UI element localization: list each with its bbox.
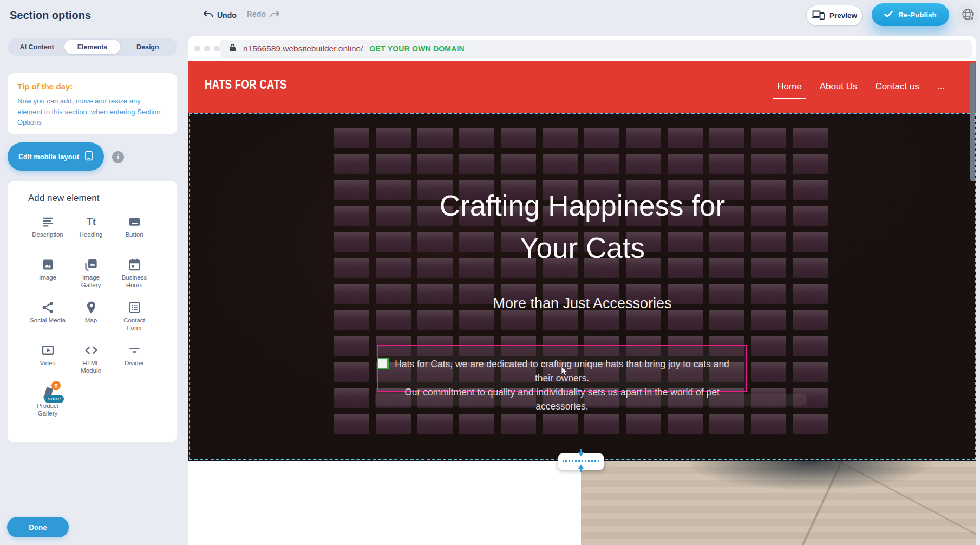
grid-tile (793, 336, 828, 356)
grid-tile (543, 128, 578, 148)
grid-tile (334, 154, 369, 174)
map-icon (83, 299, 99, 315)
hero-heading[interactable]: Crafting Happiness for Your Cats (188, 185, 976, 269)
tab-elements[interactable]: Elements (64, 40, 120, 54)
browser-dots (194, 46, 220, 51)
element-image-gallery[interactable]: Image Gallery (69, 256, 113, 299)
paving-image (581, 461, 976, 545)
redo-button[interactable]: Redo (247, 10, 280, 18)
grid-tile (501, 310, 536, 330)
nav-about-us[interactable]: About Us (820, 81, 858, 92)
hero-subheading[interactable]: More than Just Accessories (188, 295, 976, 312)
site-header[interactable]: HATS FOR CATS HomeAbout UsContact us... (188, 61, 976, 113)
element-video[interactable]: Video (26, 342, 69, 385)
element-button[interactable]: Button (113, 213, 156, 256)
nav-contact-us[interactable]: Contact us (876, 81, 919, 92)
element-divider[interactable]: Divider (113, 342, 156, 385)
grid-tile (501, 128, 536, 148)
grid-tile (668, 414, 703, 434)
done-button[interactable]: Done (7, 517, 69, 537)
preview-button[interactable]: Preview (806, 5, 863, 26)
video-icon (40, 342, 56, 358)
grid-tile (501, 414, 536, 434)
element-label: Divider (125, 360, 144, 367)
grid-tile (459, 414, 494, 434)
mouse-cursor (561, 366, 568, 379)
browser-dot (204, 46, 210, 51)
site-url[interactable]: n1566589.websitebuilder.online/ (243, 44, 363, 54)
hero-description[interactable]: Hats for Cats, we are dedicated to craft… (384, 357, 740, 413)
site-logo[interactable]: HATS FOR CATS (205, 77, 287, 92)
grid-tile (709, 414, 744, 434)
grid-tile (793, 414, 828, 434)
undo-label: Undo (217, 11, 237, 20)
element-description[interactable]: Description (26, 213, 69, 256)
arrow-down-icon (577, 449, 585, 459)
address-bar: n1566589.websitebuilder.online/ GET YOUR… (220, 40, 972, 58)
info-icon[interactable]: i (112, 151, 124, 163)
element-label: Button (125, 231, 143, 239)
grid-tile (584, 310, 619, 330)
edit-mobile-layout-button[interactable]: Edit mobile layout (8, 142, 104, 171)
site-nav: HomeAbout UsContact us... (777, 81, 945, 92)
grid-tile (376, 128, 411, 148)
grid-tile (793, 128, 828, 148)
element-heading[interactable]: Heading (69, 213, 113, 256)
tab-design[interactable]: Design (120, 40, 175, 54)
element-map[interactable]: Map (69, 299, 113, 342)
grid-tile (376, 414, 411, 434)
get-domain-link[interactable]: GET YOUR OWN DOMAIN (369, 44, 464, 53)
element-business-hours[interactable]: Business Hours (113, 256, 156, 299)
lock-icon (228, 43, 237, 54)
grid-tile (626, 310, 661, 330)
grid-tile (709, 310, 744, 330)
grid-tile (709, 154, 744, 174)
grid-tile (417, 128, 453, 148)
nav-more[interactable]: ... (937, 81, 945, 92)
grid-tile (584, 154, 619, 174)
product-gallery-icon: SHOP (40, 385, 56, 401)
tab-ai-content[interactable]: AI Content (9, 40, 64, 54)
grid-tile (376, 154, 411, 174)
element-label: Video (40, 360, 55, 367)
preview-label: Preview (829, 11, 857, 20)
add-element-card: Add new element DescriptionHeadingButton… (8, 181, 177, 442)
grid-tile (668, 154, 703, 174)
globe-button[interactable] (957, 4, 978, 26)
grid-tile (459, 154, 494, 174)
grid-tile (751, 362, 786, 382)
element-label: Map (85, 317, 97, 325)
element-html-module[interactable]: HTML Module (69, 342, 113, 385)
social-media-icon (40, 299, 56, 315)
browser-chrome: n1566589.websitebuilder.online/ GET YOUR… (188, 36, 976, 61)
undo-button[interactable]: Undo (202, 10, 237, 20)
element-image[interactable]: Image (26, 256, 69, 299)
grid-tile (626, 414, 661, 434)
element-product-gallery[interactable]: SHOPProduct Gallery (26, 385, 69, 427)
element-label: Description (32, 231, 63, 239)
grid-tile (417, 414, 453, 434)
republish-button[interactable]: Re-Publish (872, 3, 949, 26)
grid-tile (584, 128, 619, 148)
grid-tile (543, 310, 578, 330)
section-resize-handle[interactable] (558, 453, 604, 470)
element-social-media[interactable]: Social Media (26, 299, 69, 342)
grid-tile (459, 310, 494, 330)
nav-home[interactable]: Home (777, 81, 801, 92)
contact-form-icon (126, 299, 142, 315)
tip-title: Tip of the day: (17, 82, 167, 91)
grid-tile (459, 128, 494, 148)
grid-tile (334, 362, 369, 382)
undo-icon (202, 10, 213, 20)
redo-icon (270, 10, 280, 18)
scrollbar-thumb[interactable] (970, 62, 975, 181)
element-contact-form[interactable]: Contact Form (113, 299, 156, 342)
section-options-panel: Section options AI ContentElementsDesign… (0, 0, 188, 545)
grid-tile (668, 310, 703, 330)
browser-dot (214, 46, 220, 51)
resize-dotted-line (563, 460, 599, 462)
grid-tile (417, 310, 453, 330)
hero-section[interactable]: Crafting Happiness for Your Cats More th… (188, 113, 976, 461)
devices-icon (812, 10, 825, 21)
button-icon (126, 213, 142, 230)
